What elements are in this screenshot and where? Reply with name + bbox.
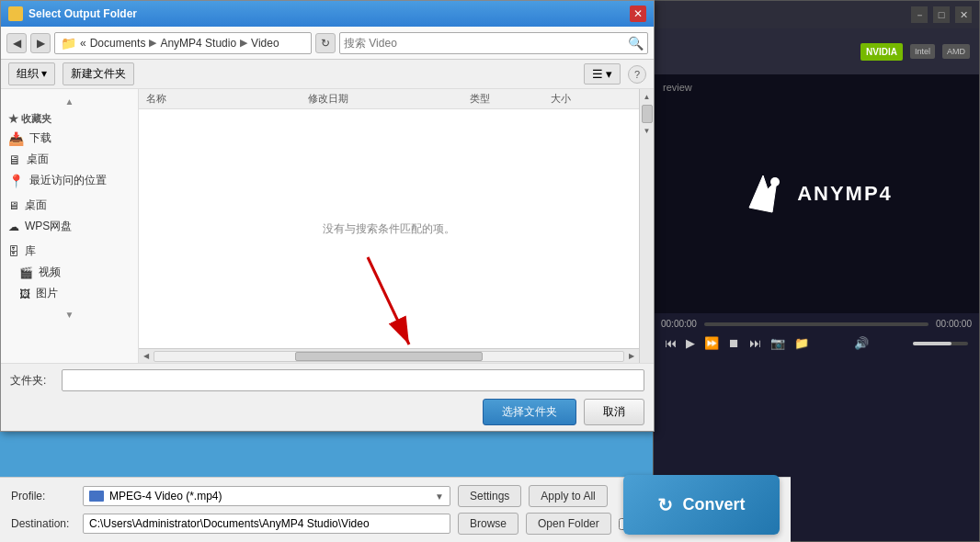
- close-button[interactable]: ✕: [955, 6, 972, 23]
- profile-label: Profile:: [11, 490, 75, 502]
- h-scroll-thumb[interactable]: [295, 352, 483, 361]
- horizontal-scrollbar[interactable]: ◀ ▶: [139, 348, 639, 363]
- sidebar-picture[interactable]: 🖼 图片: [1, 283, 138, 304]
- picture-label: 图片: [36, 286, 58, 301]
- open-folder-button[interactable]: 📁: [794, 336, 809, 350]
- sidebar-wps[interactable]: ☁ WPS网盘: [1, 216, 138, 237]
- new-folder-label: 新建文件夹: [71, 66, 126, 82]
- dialog-titlebar: Select Output Folder ✕: [1, 1, 654, 27]
- profile-icon: [89, 491, 104, 502]
- convert-button[interactable]: ↻ Convert: [623, 475, 780, 535]
- app-window: － □ ✕ NVIDIA Intel AMD review ANYMP4 00:…: [653, 0, 980, 542]
- time-bar: 00:00:00 00:00:00: [661, 319, 972, 329]
- dialog-title-icon: [8, 6, 23, 21]
- view-icon: ☰: [592, 67, 603, 81]
- cancel-button[interactable]: 取消: [584, 399, 644, 425]
- view-button[interactable]: ☰ ▾: [584, 63, 621, 85]
- organize-button[interactable]: 组织 ▾: [8, 62, 55, 85]
- preview-area: review ANYMP4: [654, 74, 979, 313]
- sidebar-item-recent[interactable]: 📍 最近访问的位置: [1, 170, 138, 191]
- breadcrumb-documents: «: [80, 37, 86, 50]
- forward-button[interactable]: ▶: [30, 33, 51, 53]
- nvidia-badge: NVIDIA: [860, 43, 903, 61]
- volume-icon: 🔊: [854, 336, 869, 350]
- dialog-close-button[interactable]: ✕: [630, 6, 646, 22]
- browse-button[interactable]: Browse: [458, 513, 518, 535]
- breadcrumb-bar: 📁 « Documents ▶ AnyMP4 Studio ▶ Video: [54, 32, 312, 54]
- refresh-button[interactable]: ↻: [315, 33, 336, 53]
- stop-button[interactable]: ⏹: [728, 336, 740, 350]
- dialog-buttons: 选择文件夹 取消: [10, 399, 644, 425]
- settings-button[interactable]: Settings: [458, 485, 521, 507]
- folder-row: 文件夹:: [10, 369, 644, 391]
- sidebar: ▲ ★ 收藏夹 📥 下载 🖥 桌面 📍 最近访问的位置: [1, 89, 139, 363]
- view-dropdown-icon: ▾: [606, 67, 612, 81]
- favorites-section: ★ 收藏夹 📥 下载 🖥 桌面 📍 最近访问的位置: [1, 108, 138, 191]
- profile-dropdown-icon: ▼: [435, 491, 444, 502]
- progress-track[interactable]: [704, 322, 929, 326]
- back-button[interactable]: ◀: [6, 33, 27, 53]
- open-folder-btn[interactable]: Open Folder: [526, 513, 611, 535]
- download-icon: 📥: [8, 131, 24, 146]
- picture-icon: 🖼: [19, 288, 30, 300]
- library-section: 🗄 库 🎬 视频 🖼 图片: [1, 241, 138, 304]
- skip-button[interactable]: ⏭: [749, 336, 761, 350]
- fast-forward-button[interactable]: ⏩: [704, 336, 719, 350]
- breadcrumb-sep2: ▶: [240, 37, 247, 49]
- volume-track[interactable]: [913, 342, 968, 345]
- scroll-right-arrow[interactable]: ▶: [624, 349, 639, 364]
- dialog-subtoolbar: 组织 ▾ 新建文件夹 ☰ ▾ ?: [1, 60, 654, 89]
- dialog-toolbar: ◀ ▶ 📁 « Documents ▶ AnyMP4 Studio ▶ Vide…: [1, 27, 654, 60]
- time-end: 00:00:00: [936, 319, 972, 329]
- vertical-scrollbar[interactable]: ▲ ▼: [639, 89, 654, 363]
- sidebar-scroll-down[interactable]: ▼: [65, 310, 74, 320]
- desktop2-label: 桌面: [25, 198, 47, 213]
- sidebar-item-download-label: 下载: [29, 130, 51, 146]
- minimize-button[interactable]: －: [911, 6, 928, 23]
- scroll-left-arrow[interactable]: ◀: [139, 349, 154, 364]
- wps-label: WPS网盘: [25, 219, 72, 234]
- snapshot-button[interactable]: 📷: [770, 336, 785, 350]
- search-input[interactable]: [344, 37, 624, 50]
- maximize-button[interactable]: □: [933, 6, 950, 23]
- scroll-up-arrow[interactable]: ▲: [642, 91, 653, 103]
- sidebar-video[interactable]: 🎬 视频: [1, 262, 138, 283]
- col-type-header: 类型: [470, 92, 551, 106]
- h-scroll-track[interactable]: [154, 351, 624, 362]
- profile-select[interactable]: MPEG-4 Video (*.mp4) ▼: [83, 486, 450, 506]
- search-icon[interactable]: 🔍: [628, 36, 644, 51]
- wps-icon: ☁: [8, 220, 19, 233]
- dialog-bottom: 文件夹: 选择文件夹 取消: [1, 363, 654, 431]
- folder-input[interactable]: [62, 369, 644, 391]
- help-button[interactable]: ?: [628, 65, 646, 84]
- intel-badge: Intel: [910, 44, 935, 59]
- library-label: 库: [25, 243, 36, 259]
- amd-badge: AMD: [942, 44, 970, 59]
- breadcrumb-part2: AnyMP4 Studio: [160, 37, 236, 50]
- video-icon: 🎬: [19, 266, 33, 279]
- select-folder-button[interactable]: 选择文件夹: [483, 399, 576, 425]
- select-output-folder-dialog: Select Output Folder ✕ ◀ ▶ 📁 « Documents…: [0, 0, 655, 432]
- prev-button[interactable]: ⏮: [665, 336, 677, 350]
- col-name-header: 名称: [146, 92, 308, 106]
- sidebar-library[interactable]: 🗄 库: [1, 241, 138, 262]
- new-folder-button[interactable]: 新建文件夹: [63, 62, 134, 85]
- play-button[interactable]: ▶: [686, 336, 695, 350]
- sidebar-item-download[interactable]: 📥 下载: [1, 128, 138, 149]
- sidebar-item-desktop[interactable]: 🖥 桌面: [1, 149, 138, 170]
- apply-to-all-button[interactable]: Apply to All: [529, 485, 607, 507]
- col-date-header: 修改日期: [308, 92, 470, 106]
- scroll-thumb[interactable]: [642, 105, 653, 123]
- help-label: ?: [634, 69, 640, 80]
- desktop2-icon: 🖥: [8, 199, 19, 212]
- scroll-down-arrow[interactable]: ▼: [642, 125, 653, 137]
- destination-input[interactable]: [83, 514, 450, 534]
- volume-fill: [913, 342, 952, 345]
- dialog-content: ▲ ★ 收藏夹 📥 下载 🖥 桌面 📍 最近访问的位置: [1, 89, 654, 363]
- recent-icon: 📍: [8, 174, 24, 188]
- organize-label: 组织 ▾: [17, 66, 47, 82]
- desktop-icon: 🖥: [8, 152, 21, 167]
- convert-label: Convert: [682, 495, 745, 514]
- sidebar-desktop2[interactable]: 🖥 桌面: [1, 195, 138, 216]
- sidebar-scroll-up[interactable]: ▲: [65, 96, 74, 107]
